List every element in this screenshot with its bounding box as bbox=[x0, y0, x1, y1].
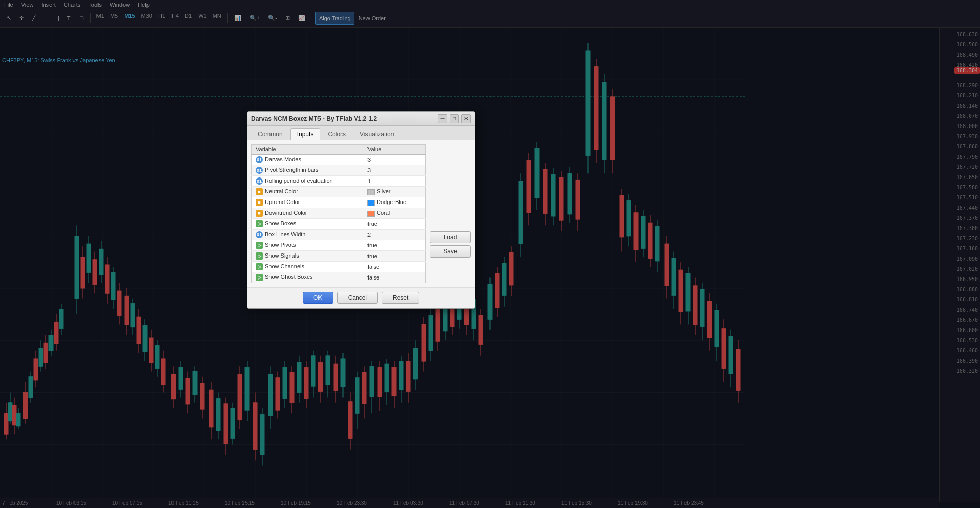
param-variable: ▷Show Signals bbox=[252, 251, 363, 262]
param-variable-name: Show Pivots bbox=[265, 242, 296, 248]
param-variable-name: Box Lines Width bbox=[265, 231, 305, 237]
param-value-text: 1 bbox=[368, 178, 371, 184]
param-variable-name: Show Ghost Boxes bbox=[265, 274, 313, 280]
save-button[interactable]: Save bbox=[430, 245, 471, 258]
param-value-text: false bbox=[368, 274, 379, 281]
params-table: Variable Value 01Darvas Modes301Pivot St… bbox=[251, 144, 426, 283]
dialog-footer: OK Cancel Reset bbox=[247, 287, 475, 308]
dialog-titlebar: Darvas NCM Boxez MT5 - By TFlab V1.2 1.2… bbox=[247, 112, 475, 126]
param-variable: ■Downtrend Color bbox=[252, 208, 363, 219]
color-swatch bbox=[368, 189, 375, 195]
param-type-icon: ■ bbox=[256, 199, 263, 206]
param-type-icon: ▷ bbox=[256, 220, 263, 227]
table-row[interactable]: ■Downtrend ColorCoral bbox=[252, 208, 426, 219]
param-type-icon: ■ bbox=[256, 188, 263, 195]
param-variable-name: Show Channels bbox=[265, 263, 304, 269]
param-type-icon: ▷ bbox=[256, 263, 263, 270]
param-type-icon: ■ bbox=[256, 210, 263, 217]
param-type-icon: 01 bbox=[256, 231, 263, 238]
modal-overlay bbox=[0, 0, 980, 508]
param-variable: ▷Show Ghost Boxes bbox=[252, 272, 363, 283]
param-type-icon: ▷ bbox=[256, 242, 263, 249]
param-variable: 01Pivot Strength in bars bbox=[252, 165, 363, 176]
col-value: Value bbox=[363, 145, 426, 155]
param-value-text: DodgerBlue bbox=[377, 199, 406, 205]
param-value-text: true bbox=[368, 221, 377, 227]
param-variable: ■Uptrend Color bbox=[252, 197, 363, 208]
param-value[interactable]: 3 bbox=[363, 155, 426, 165]
param-variable-name: Pivot Strength in bars bbox=[265, 167, 318, 173]
table-row[interactable]: ▷Show Ghost Boxesfalse bbox=[252, 272, 426, 283]
param-value-text: true bbox=[368, 242, 377, 248]
param-value[interactable]: DodgerBlue bbox=[363, 197, 426, 208]
table-row[interactable]: ■Neutral ColorSilver bbox=[252, 187, 426, 197]
param-value[interactable]: 1 bbox=[363, 176, 426, 187]
param-value-text: Coral bbox=[377, 210, 390, 216]
param-type-icon: 01 bbox=[256, 177, 263, 185]
param-value-text: 3 bbox=[368, 157, 371, 163]
indicator-settings-dialog: Darvas NCM Boxez MT5 - By TFlab V1.2 1.2… bbox=[247, 111, 475, 309]
param-variable: ▷Show Boxes bbox=[252, 219, 363, 230]
dialog-maximize-btn[interactable]: □ bbox=[450, 114, 459, 123]
param-variable: ▷Show Pivots bbox=[252, 240, 363, 251]
tab-common[interactable]: Common bbox=[251, 128, 289, 140]
tab-colors[interactable]: Colors bbox=[321, 128, 352, 140]
table-row[interactable]: 01Darvas Modes3 bbox=[252, 155, 426, 165]
param-type-icon: 01 bbox=[256, 167, 263, 174]
table-row[interactable]: ▷Show Channelsfalse bbox=[252, 262, 426, 272]
param-variable-name: Darvas Modes bbox=[265, 156, 301, 162]
param-variable-name: Downtrend Color bbox=[265, 210, 307, 216]
param-variable-name: Show Boxes bbox=[265, 220, 296, 226]
param-value-text: true bbox=[368, 253, 377, 259]
dialog-content: Variable Value 01Darvas Modes301Pivot St… bbox=[247, 140, 475, 287]
table-row[interactable]: 01Pivot Strength in bars3 bbox=[252, 165, 426, 176]
param-type-icon: ▷ bbox=[256, 274, 263, 281]
param-variable-name: Uptrend Color bbox=[265, 199, 300, 205]
param-variable: ▷Show Channels bbox=[252, 262, 363, 272]
param-value[interactable]: 3 bbox=[363, 165, 426, 176]
dialog-close-btn[interactable]: ✕ bbox=[461, 114, 471, 123]
ok-button[interactable]: OK bbox=[303, 292, 333, 304]
tab-visualization[interactable]: Visualization bbox=[353, 128, 401, 140]
table-row[interactable]: ▷Show Signalstrue bbox=[252, 251, 426, 262]
load-button[interactable]: Load bbox=[430, 231, 471, 243]
param-value-text: Silver bbox=[377, 188, 391, 194]
col-variable: Variable bbox=[252, 145, 363, 155]
param-variable: 01Darvas Modes bbox=[252, 155, 363, 165]
param-variable-name: Neutral Color bbox=[265, 188, 298, 194]
dialog-tabs: Common Inputs Colors Visualization bbox=[247, 126, 475, 140]
reset-button[interactable]: Reset bbox=[382, 292, 419, 304]
param-variable: 01Box Lines Width bbox=[252, 230, 363, 240]
param-variable: ■Neutral Color bbox=[252, 187, 363, 197]
param-value-text: 2 bbox=[368, 232, 371, 238]
table-row[interactable]: 01Box Lines Width2 bbox=[252, 230, 426, 240]
param-value[interactable]: false bbox=[363, 262, 426, 272]
param-value[interactable]: true bbox=[363, 240, 426, 251]
table-row[interactable]: ▷Show Boxestrue bbox=[252, 219, 426, 230]
param-value[interactable]: true bbox=[363, 219, 426, 230]
dialog-controls: ─ □ ✕ bbox=[436, 114, 471, 123]
dialog-minimize-btn[interactable]: ─ bbox=[438, 114, 447, 123]
table-row[interactable]: ■Uptrend ColorDodgerBlue bbox=[252, 197, 426, 208]
cancel-button[interactable]: Cancel bbox=[337, 292, 378, 304]
param-variable-name: Rolling period of evaluation bbox=[265, 177, 333, 184]
param-type-icon: 01 bbox=[256, 156, 263, 163]
param-value[interactable]: Coral bbox=[363, 208, 426, 219]
color-swatch bbox=[368, 211, 375, 217]
dialog-title: Darvas NCM Boxez MT5 - By TFlab V1.2 1.2 bbox=[251, 115, 377, 122]
param-variable-name: Show Signals bbox=[265, 252, 299, 259]
param-value[interactable]: 2 bbox=[363, 230, 426, 240]
tab-inputs[interactable]: Inputs bbox=[290, 128, 321, 140]
param-value-text: 3 bbox=[368, 167, 371, 173]
param-value[interactable]: true bbox=[363, 251, 426, 262]
param-type-icon: ▷ bbox=[256, 252, 263, 260]
param-value[interactable]: false bbox=[363, 272, 426, 283]
color-swatch bbox=[368, 200, 375, 206]
param-value-text: false bbox=[368, 264, 379, 270]
table-row[interactable]: 01Rolling period of evaluation1 bbox=[252, 176, 426, 187]
params-table-body: 01Darvas Modes301Pivot Strength in bars3… bbox=[252, 155, 426, 283]
table-row[interactable]: ▷Show Pivotstrue bbox=[252, 240, 426, 251]
param-value[interactable]: Silver bbox=[363, 187, 426, 197]
param-variable: 01Rolling period of evaluation bbox=[252, 176, 363, 187]
